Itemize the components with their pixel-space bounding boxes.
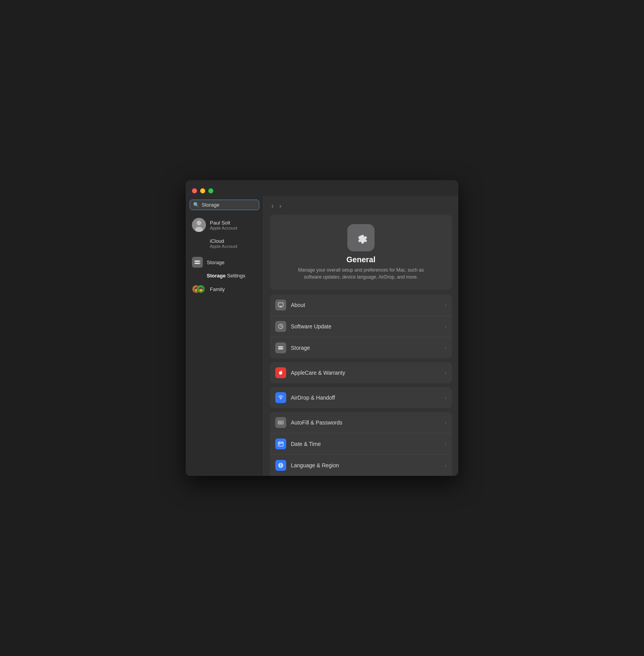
account-name: Paul Solt	[210, 220, 237, 226]
close-button[interactable]	[192, 188, 197, 193]
settings-group-4: AutoFill & Passwords ›	[270, 412, 452, 476]
settings-row-datetime[interactable]: Date & Time ›	[270, 433, 452, 455]
main-content: ‹ › General Manage your overall setup an…	[264, 196, 458, 476]
about-chevron: ›	[445, 302, 447, 308]
settings-row-about[interactable]: About ›	[270, 295, 452, 316]
svg-rect-18	[280, 422, 281, 423]
applecare-label: AppleCare & Warranty	[291, 370, 445, 376]
software-update-chevron: ›	[445, 323, 447, 330]
autofill-chevron: ›	[445, 419, 447, 426]
title-bar	[186, 180, 458, 196]
svg-rect-16	[278, 421, 283, 424]
storage-chevron: ›	[445, 345, 447, 351]
svg-rect-20	[279, 423, 282, 423]
sidebar-search-result-storage-settings[interactable]: Storage Settings	[190, 271, 259, 280]
search-result-highlight: Storage	[207, 273, 225, 279]
forward-button[interactable]: ›	[278, 201, 283, 211]
svg-point-14	[282, 349, 283, 349]
search-box[interactable]: 🔍 ✕	[190, 200, 259, 210]
traffic-lights	[192, 188, 213, 193]
svg-point-13	[282, 347, 283, 347]
content-area: 🔍 ✕ Paul Solt Apple Account	[186, 196, 458, 476]
language-icon	[275, 460, 286, 471]
svg-rect-19	[281, 422, 282, 423]
settings-row-autofill[interactable]: AutoFill & Passwords ›	[270, 412, 452, 433]
sidebar-item-icloud[interactable]: iCloud Apple Account	[190, 236, 259, 251]
settings-group-1: About › Software Update ›	[270, 295, 452, 358]
back-button[interactable]: ‹	[270, 201, 275, 211]
general-title: General	[347, 255, 375, 264]
general-header: General Manage your overall setup and pr…	[270, 215, 452, 290]
svg-rect-8	[280, 307, 282, 307]
update-icon	[278, 323, 284, 330]
svg-point-6	[199, 263, 200, 264]
airdrop-wifi-icon	[278, 395, 284, 401]
storage-icon	[192, 257, 203, 268]
datetime-icon	[275, 439, 286, 449]
general-description: Manage your overall setup and preference…	[295, 267, 427, 281]
family-avatars: 👩 🧒	[192, 284, 206, 295]
icloud-name: iCloud	[210, 238, 237, 244]
drive-icon	[278, 345, 284, 351]
gear-icon	[353, 230, 369, 246]
settings-row-storage[interactable]: Storage ›	[270, 337, 452, 358]
software-update-icon	[275, 321, 286, 332]
settings-group-2: AppleCare & Warranty ›	[270, 362, 452, 383]
search-icon: 🔍	[193, 202, 199, 208]
sidebar-item-account[interactable]: Paul Solt Apple Account	[190, 216, 259, 234]
icloud-text: iCloud Apple Account	[210, 238, 237, 249]
apple-icon	[278, 370, 284, 376]
monitor-icon	[278, 302, 284, 308]
sidebar-item-storage[interactable]: Storage	[190, 254, 259, 270]
storage-settings-icon	[275, 342, 286, 353]
sidebar: 🔍 ✕ Paul Solt Apple Account	[186, 196, 264, 476]
airdrop-label: AirDrop & Handoff	[291, 395, 445, 401]
gear-icon-bg	[347, 224, 375, 251]
account-text: Paul Solt Apple Account	[210, 220, 237, 230]
airdrop-icon	[275, 392, 286, 403]
svg-point-15	[280, 398, 281, 399]
family-label: Family	[210, 286, 225, 292]
settings-row-software-update[interactable]: Software Update ›	[270, 316, 452, 337]
main-scroll[interactable]: General Manage your overall setup and pr…	[264, 215, 458, 476]
search-result-text: Storage Settings	[207, 273, 257, 279]
nav-bar: ‹ ›	[264, 196, 458, 215]
applecare-chevron: ›	[445, 370, 447, 376]
svg-rect-7	[278, 303, 283, 306]
sidebar-item-storage-label: Storage	[207, 260, 225, 265]
settings-row-applecare[interactable]: AppleCare & Warranty ›	[270, 362, 452, 383]
about-icon	[275, 300, 286, 310]
sidebar-item-family[interactable]: 👩 🧒 Family	[190, 281, 259, 297]
search-result-suffix: Settings	[225, 273, 245, 279]
svg-rect-17	[279, 422, 280, 423]
maximize-button[interactable]	[208, 188, 213, 193]
svg-point-5	[199, 261, 200, 261]
svg-rect-24	[279, 444, 280, 445]
settings-row-airdrop[interactable]: AirDrop & Handoff ›	[270, 387, 452, 408]
autofill-label: AutoFill & Passwords	[291, 419, 445, 426]
applecare-icon	[275, 367, 286, 378]
language-label: Language & Region	[291, 462, 445, 468]
keyboard-icon	[278, 419, 284, 426]
settings-row-language[interactable]: Language & Region ›	[270, 455, 452, 476]
airdrop-chevron: ›	[445, 395, 447, 401]
family-avatar-2: 🧒	[197, 285, 205, 293]
search-input[interactable]	[202, 202, 264, 208]
main-window: 🔍 ✕ Paul Solt Apple Account	[186, 180, 458, 476]
about-label: About	[291, 302, 445, 308]
svg-rect-21	[278, 442, 283, 446]
svg-point-1	[197, 221, 201, 225]
avatar	[192, 218, 206, 232]
autofill-icon	[275, 417, 286, 428]
account-sub: Apple Account	[210, 226, 237, 230]
settings-group-3: AirDrop & Handoff ›	[270, 387, 452, 408]
globe-icon	[278, 462, 284, 468]
svg-rect-9	[279, 307, 282, 307]
datetime-label: Date & Time	[291, 441, 445, 447]
storage-label: Storage	[291, 345, 445, 351]
language-chevron: ›	[445, 462, 447, 468]
datetime-chevron: ›	[445, 441, 447, 447]
software-update-label: Software Update	[291, 323, 445, 330]
minimize-button[interactable]	[200, 188, 205, 193]
icloud-sub: Apple Account	[210, 244, 237, 249]
